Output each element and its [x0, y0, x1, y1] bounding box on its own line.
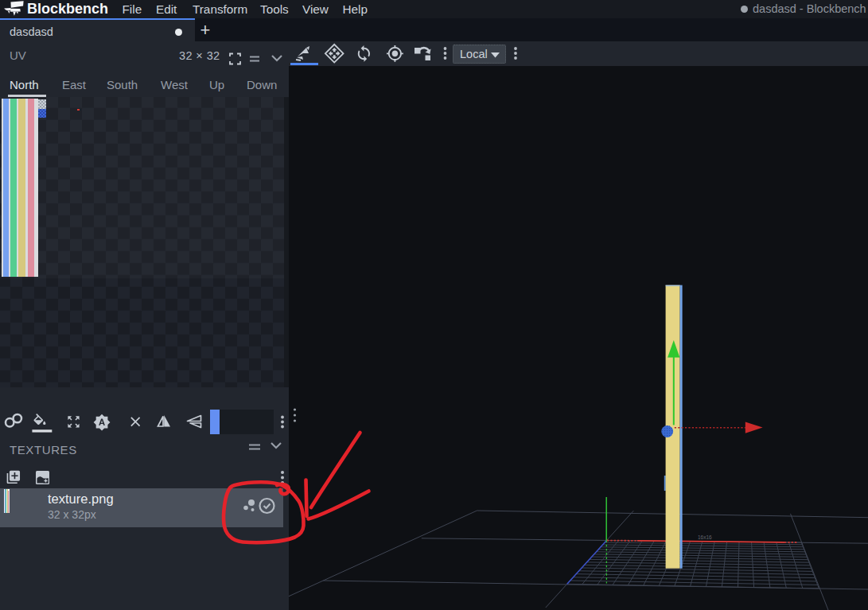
- svg-text:16x16: 16x16: [698, 534, 712, 540]
